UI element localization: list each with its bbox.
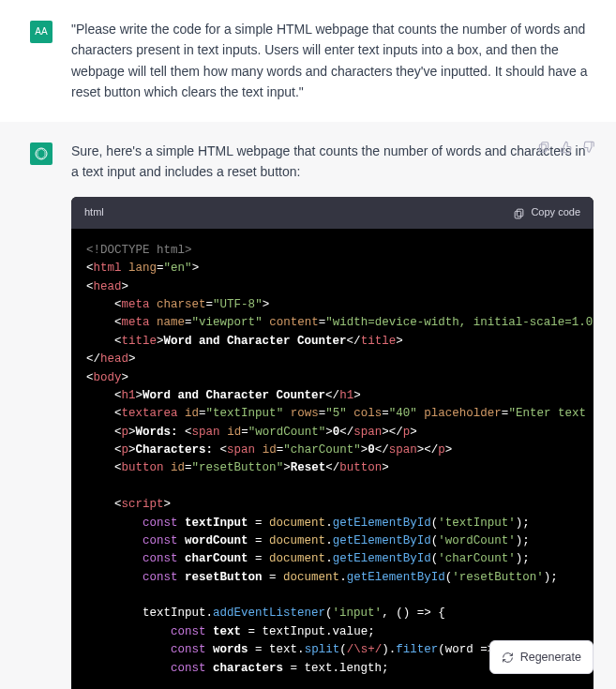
copy-code-button[interactable]: Copy code [513, 204, 580, 221]
user-message-text: "Please write the code for a simple HTML… [71, 19, 593, 103]
thumbs-down-button[interactable] [582, 139, 595, 159]
user-message: AA "Please write the code for a simple H… [0, 0, 616, 122]
assistant-avatar [30, 142, 53, 165]
thumbs-up-icon [560, 141, 573, 154]
feedback-buttons [537, 139, 595, 159]
assistant-message-content: Sure, here's a simple HTML webpage that … [71, 141, 593, 689]
openai-logo-icon [34, 146, 49, 161]
code-content[interactable]: <!DOCTYPE html> <html lang="en"> <head> … [71, 229, 593, 689]
code-block: html Copy code <!DOCTYPE html> <html lan… [71, 197, 593, 689]
refresh-icon [502, 652, 514, 664]
code-lang-label: html [84, 204, 104, 221]
code-header: html Copy code [71, 197, 593, 229]
thumbs-down-icon [582, 141, 595, 154]
assistant-intro-text: Sure, here's a simple HTML webpage that … [71, 141, 593, 183]
regenerate-label: Regenerate [520, 648, 581, 667]
copy-code-label: Copy code [531, 204, 580, 221]
svg-rect-2 [516, 211, 522, 218]
clipboard-icon [537, 141, 550, 154]
svg-rect-1 [518, 209, 524, 217]
svg-rect-3 [542, 142, 548, 149]
user-message-content: "Please write the code for a simple HTML… [71, 19, 593, 103]
thumbs-up-button[interactable] [560, 139, 573, 159]
svg-rect-4 [539, 144, 546, 152]
user-avatar-initials: AA [35, 24, 47, 39]
regenerate-button[interactable]: Regenerate [489, 640, 593, 674]
copy-message-button[interactable] [537, 139, 550, 159]
clipboard-icon [513, 207, 525, 219]
user-avatar: AA [30, 21, 53, 43]
assistant-message: Sure, here's a simple HTML webpage that … [0, 122, 616, 689]
